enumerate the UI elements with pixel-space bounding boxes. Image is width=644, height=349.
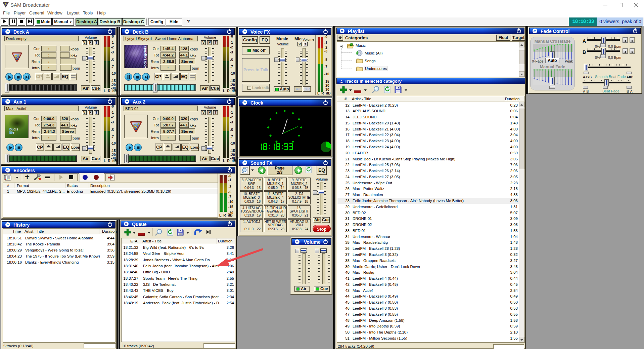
svg-text:S: S [133, 123, 137, 130]
svg-text:4: 4 [138, 122, 139, 126]
svg-text:S: S [14, 54, 18, 60]
svg-text:S: S [5, 3, 7, 6]
